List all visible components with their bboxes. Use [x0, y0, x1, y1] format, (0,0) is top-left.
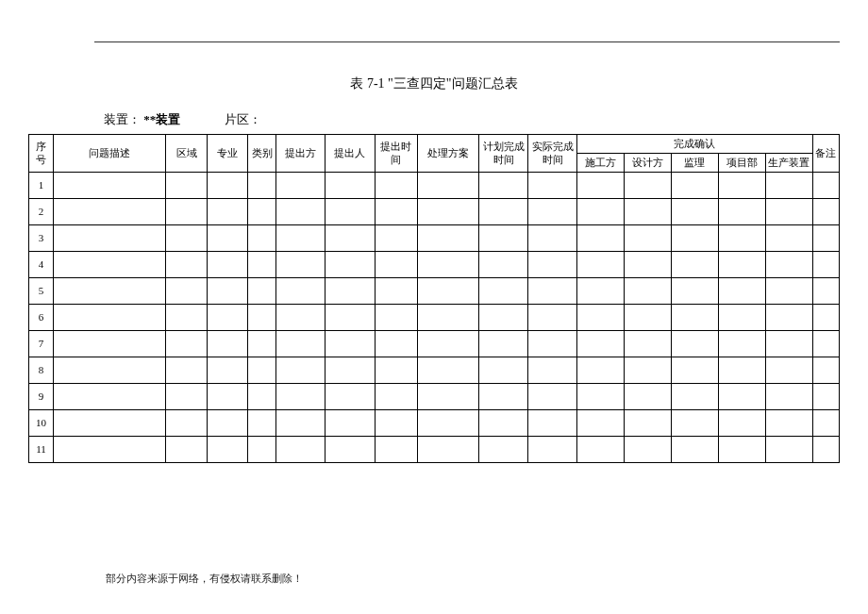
cell	[577, 437, 625, 463]
th-desc: 问题描述	[54, 135, 166, 173]
cell	[54, 331, 166, 357]
cell	[375, 331, 418, 357]
cell	[528, 173, 577, 199]
cell	[625, 305, 672, 331]
cell	[765, 252, 812, 278]
cell	[479, 410, 528, 437]
cell	[479, 225, 528, 252]
cell	[765, 437, 812, 463]
cell	[765, 278, 812, 305]
cell	[479, 199, 528, 225]
cell	[207, 331, 247, 357]
cell	[577, 384, 625, 410]
th-note: 备注	[812, 135, 839, 173]
cell	[54, 252, 166, 278]
cell	[528, 357, 577, 384]
cell	[248, 331, 276, 357]
cell	[765, 410, 812, 437]
cell	[207, 437, 247, 463]
cell	[528, 410, 577, 437]
th-project: 项目部	[718, 154, 765, 173]
cell-seq: 4	[29, 252, 54, 278]
cell	[276, 331, 326, 357]
th-confirm-group: 完成确认	[577, 135, 812, 154]
cell	[718, 331, 765, 357]
cell	[418, 199, 479, 225]
table-row: 2	[29, 199, 840, 225]
cell	[625, 384, 672, 410]
cell	[418, 252, 479, 278]
cell	[765, 173, 812, 199]
cell	[207, 225, 247, 252]
cell	[625, 278, 672, 305]
cell	[276, 278, 326, 305]
cell	[276, 225, 326, 252]
cell	[528, 278, 577, 305]
cell	[718, 305, 765, 331]
th-production: 生产装置	[765, 154, 812, 173]
cell	[479, 278, 528, 305]
cell	[54, 225, 166, 252]
cell-seq: 2	[29, 199, 54, 225]
th-plan: 处理方案	[418, 135, 479, 173]
cell	[326, 252, 375, 278]
cell	[248, 384, 276, 410]
cell	[577, 199, 625, 225]
cell-seq: 7	[29, 331, 54, 357]
th-seq: 序号	[29, 135, 54, 173]
cell-seq: 8	[29, 357, 54, 384]
cell	[418, 173, 479, 199]
cell	[625, 252, 672, 278]
cell	[326, 331, 375, 357]
cell	[577, 278, 625, 305]
cell	[276, 384, 326, 410]
cell	[528, 384, 577, 410]
cell	[276, 357, 326, 384]
cell	[812, 199, 839, 225]
cell	[479, 437, 528, 463]
cell	[625, 199, 672, 225]
th-construction: 施工方	[577, 154, 625, 173]
cell	[326, 173, 375, 199]
cell	[54, 305, 166, 331]
cell	[276, 173, 326, 199]
table-row: 4	[29, 252, 840, 278]
cell	[528, 199, 577, 225]
cell-seq: 11	[29, 437, 54, 463]
th-area: 区域	[166, 135, 207, 173]
th-category: 类别	[248, 135, 276, 173]
table-row: 6	[29, 305, 840, 331]
cell	[248, 199, 276, 225]
cell	[528, 225, 577, 252]
cell	[276, 199, 326, 225]
cell	[625, 357, 672, 384]
cell	[625, 173, 672, 199]
cell	[375, 305, 418, 331]
cell	[671, 331, 718, 357]
cell	[418, 384, 479, 410]
cell	[54, 437, 166, 463]
cell	[166, 225, 207, 252]
cell	[577, 305, 625, 331]
cell	[671, 305, 718, 331]
cell	[326, 357, 375, 384]
footer-note: 部分内容来源于网络，有侵权请联系删除！	[106, 572, 303, 586]
cell	[812, 437, 839, 463]
cell	[248, 437, 276, 463]
cell	[207, 199, 247, 225]
meta-row: 装置： **装置 片区：	[28, 111, 840, 128]
cell	[671, 437, 718, 463]
cell	[207, 252, 247, 278]
cell	[248, 305, 276, 331]
cell	[375, 173, 418, 199]
cell	[207, 173, 247, 199]
cell	[375, 252, 418, 278]
cell-seq: 10	[29, 410, 54, 437]
th-supervision: 监理	[671, 154, 718, 173]
cell	[54, 199, 166, 225]
cell	[812, 410, 839, 437]
cell	[625, 331, 672, 357]
cell-seq: 3	[29, 225, 54, 252]
cell	[248, 225, 276, 252]
cell	[326, 437, 375, 463]
